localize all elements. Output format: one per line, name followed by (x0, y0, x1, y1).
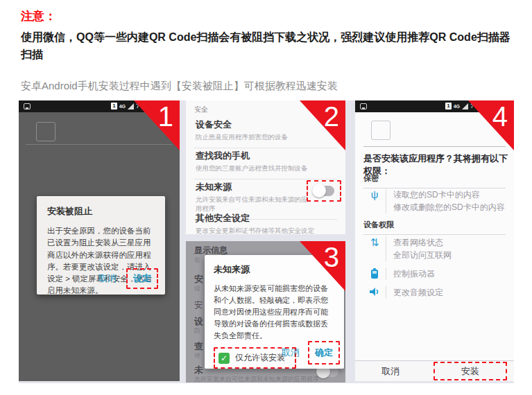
dialog-title: 安装被阻止 (47, 205, 155, 218)
setting-row-find-my-phone[interactable]: 查找我的手机 使用您的三星账户远程查找并控制设备 (194, 145, 337, 179)
setting-row-device-security[interactable]: 设备安全 防止恶意应用程序损害您的设备 (194, 114, 337, 148)
notice-heading: 注意： (21, 8, 56, 24)
cancel-button[interactable]: 取消 (276, 342, 305, 363)
install-blocked-dialog: 安装被阻止 出于安全原因，您的设备当前已设置为阻止安装从三星应用商店以外的来源获… (37, 196, 165, 295)
section-device-permissions: 设备权限 (363, 220, 506, 235)
screenshot-step4: 1 4G 7 是否安装该应用程序？其将拥有以下权限： 保密 ψ 读取您的SD卡中… (355, 100, 514, 381)
dialog-title: 未知来源 (214, 263, 335, 276)
network-4g-icon: 4G (119, 104, 126, 109)
unknown-sources-dialog: 未知来源 从未知来源安装可能损害您的设备和个人数据。轻敲确定，即表示您同意对因使… (205, 255, 344, 369)
permission-vibration: 控制振动器 (366, 267, 435, 280)
permission-storage: ψ 读取您的SD卡中的内容 修改或删除您的SD卡中的内容 (366, 188, 505, 213)
sim-badge: 1 (111, 103, 117, 109)
screenshot-step1: 1 4G 7 安装被阻止 出于安全原因，您的设备当前已设置为阻止安装从三星应用商… (19, 100, 180, 381)
confirm-button[interactable]: 确定 (309, 342, 338, 363)
checkbox-checked[interactable]: ✓ (218, 353, 230, 364)
signal-icon (128, 103, 134, 109)
cancel-button[interactable]: 取消 (355, 361, 427, 381)
install-button[interactable]: 安装 (435, 365, 506, 378)
highlight-box (307, 180, 341, 202)
highlight-box: 安装 (434, 362, 508, 380)
permission-network: ⇅ 查看网络状态 全部访问互联网 (366, 236, 452, 261)
divider (363, 146, 506, 147)
toggle-knob (312, 184, 326, 198)
signal-icon (462, 103, 468, 109)
vibration-icon (366, 267, 383, 280)
app-icon-placeholder (36, 122, 55, 141)
screenshot-step3: 显示信息 在 安 设 安 设 防 查 使 未 允许安装来自可信来源和未知来源的应… (186, 241, 345, 383)
highlight-box: 确定 (308, 341, 340, 365)
divider (26, 144, 172, 145)
page-title: 安全 (194, 105, 208, 114)
subtitle-text: 安卓Android手机安装过程中遇到【安装被阻止】可根据教程迅速安装 (21, 80, 515, 93)
sim-badge: 1 (445, 103, 451, 109)
section-privacy: 保密 (363, 173, 506, 188)
unknown-sources-toggle[interactable] (314, 186, 334, 196)
tutorial-page: 注意： 使用微信，QQ等一些内建QR Code扫描会有被阻挡下载之状况，强烈建议… (0, 0, 532, 395)
button-bar: 取消 安装 (355, 360, 514, 381)
status-icons: 1 4G 7 (445, 103, 474, 109)
notification-icon (24, 103, 31, 109)
warning-text: 使用微信，QQ等一些内建QR Code扫描会有被阻挡下载之状况，强烈建议使用推荐… (21, 29, 515, 64)
permission-audio: 更改音频设定 (366, 286, 443, 299)
notification-icon (360, 103, 367, 109)
app-icon-placeholder (371, 121, 391, 140)
settings-button[interactable]: 设定 (128, 270, 157, 288)
setting-row-other-security[interactable]: 其他安全设定 更改安全更新和证书存储等其他安全设定 (194, 207, 337, 234)
cancel-button[interactable]: 取消 (93, 268, 122, 289)
status-icons: 1 4G 7 (111, 103, 139, 109)
screenshot-step2: 安全 设备安全 防止恶意应用程序损害您的设备 查找我的手机 使用您的三星账户远程… (186, 100, 345, 234)
speaker-icon (366, 286, 383, 299)
highlight-box: 设定 (126, 268, 158, 289)
step-badge: 4 (468, 100, 514, 150)
dialog-body: 从未知来源安装可能损害您的设备和个人数据。轻敲确定，即表示您同意对因使用这些应用… (214, 283, 335, 342)
network-4g-icon: 4G (454, 104, 460, 109)
network-arrows-icon: ⇅ (366, 236, 383, 261)
usb-icon: ψ (366, 188, 383, 213)
